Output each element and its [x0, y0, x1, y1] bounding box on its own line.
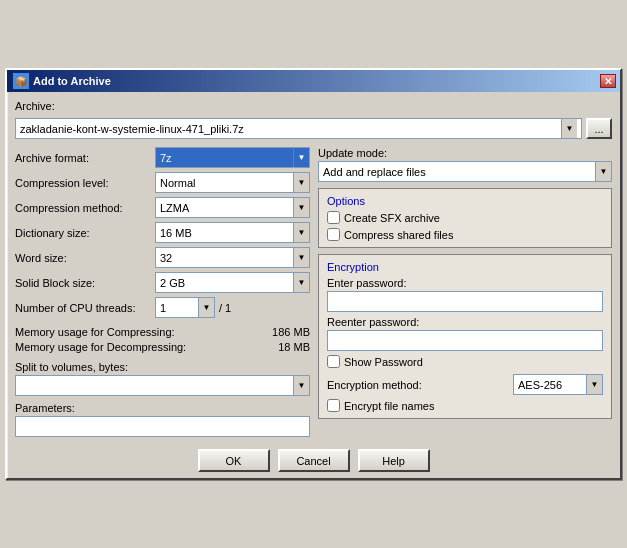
- right-column: Update mode: Add and replace files ▼ Opt…: [318, 147, 612, 437]
- compression-method-value: LZMA: [160, 202, 189, 214]
- solid-block-label: Solid Block size:: [15, 277, 155, 289]
- archive-dropdown-arrow[interactable]: ▼: [561, 119, 577, 138]
- encrypt-names-label: Encrypt file names: [344, 400, 434, 412]
- dialog-content: Archive: zakladanie-kont-w-systemie-linu…: [7, 92, 620, 478]
- compression-level-arrow[interactable]: ▼: [293, 173, 309, 192]
- cpu-threads-combo[interactable]: 1 ▼: [155, 297, 215, 318]
- update-mode-combo[interactable]: Add and replace files ▼: [318, 161, 612, 182]
- word-size-combo[interactable]: 32 ▼: [155, 247, 310, 268]
- enc-method-label: Encryption method:: [327, 379, 513, 391]
- create-sfx-label: Create SFX archive: [344, 212, 440, 224]
- archive-input-row: zakladanie-kont-w-systemie-linux-471_pli…: [15, 118, 612, 139]
- compress-shared-label: Compress shared files: [344, 229, 453, 241]
- solid-block-combo[interactable]: 2 GB ▼: [155, 272, 310, 293]
- cpu-threads-value: 1: [160, 302, 166, 314]
- reenter-password-input[interactable]: [327, 330, 603, 351]
- compress-shared-checkbox[interactable]: [327, 228, 340, 241]
- enc-method-value: AES-256: [518, 379, 562, 391]
- compression-method-row: Compression method: LZMA ▼: [15, 197, 310, 218]
- update-mode-arrow[interactable]: ▼: [595, 162, 611, 181]
- word-size-value: 32: [160, 252, 172, 264]
- dictionary-size-value: 16 MB: [160, 227, 192, 239]
- word-size-row: Word size: 32 ▼: [15, 247, 310, 268]
- encryption-title: Encryption: [327, 261, 603, 273]
- split-combo[interactable]: ▼: [15, 375, 310, 396]
- compression-level-label: Compression level:: [15, 177, 155, 189]
- memory-compress-label: Memory usage for Compressing:: [15, 326, 175, 338]
- format-row: Archive format: 7z ▼: [15, 147, 310, 168]
- left-column: Archive format: 7z ▼ Compression level: …: [15, 147, 310, 437]
- title-bar: 📦 Add to Archive ✕: [7, 70, 620, 92]
- params-section: Parameters:: [15, 402, 310, 437]
- archive-row: Archive:: [15, 100, 612, 112]
- encryption-section: Encryption Enter password: Reenter passw…: [318, 254, 612, 419]
- create-sfx-row: Create SFX archive: [327, 211, 603, 224]
- enc-method-row: Encryption method: AES-256 ▼: [327, 374, 603, 395]
- enc-method-combo[interactable]: AES-256 ▼: [513, 374, 603, 395]
- word-size-label: Word size:: [15, 252, 155, 264]
- memory-decompress-label: Memory usage for Decompressing:: [15, 341, 186, 353]
- format-value: 7z: [160, 152, 172, 164]
- ok-button[interactable]: OK: [198, 449, 270, 472]
- cpu-threads-row: Number of CPU threads: 1 ▼ / 1: [15, 297, 310, 318]
- update-mode-value: Add and replace files: [323, 166, 426, 178]
- update-mode-section: Update mode: Add and replace files ▼: [318, 147, 612, 182]
- browse-button[interactable]: ...: [586, 118, 612, 139]
- button-bar: OK Cancel Help: [15, 445, 612, 472]
- dictionary-size-row: Dictionary size: 16 MB ▼: [15, 222, 310, 243]
- format-label: Archive format:: [15, 152, 155, 164]
- options-title: Options: [327, 195, 603, 207]
- memory-compress-value: 186 MB: [272, 326, 310, 338]
- cpu-threads-arrow[interactable]: ▼: [198, 298, 214, 317]
- create-sfx-checkbox[interactable]: [327, 211, 340, 224]
- compression-level-value: Normal: [160, 177, 195, 189]
- solid-block-value: 2 GB: [160, 277, 185, 289]
- memory-compress-row: Memory usage for Compressing: 186 MB: [15, 326, 310, 338]
- add-to-archive-dialog: 📦 Add to Archive ✕ Archive: zakladanie-k…: [5, 68, 622, 480]
- show-password-row: Show Password: [327, 355, 603, 368]
- options-section: Options Create SFX archive Compress shar…: [318, 188, 612, 248]
- cpu-threads-label: Number of CPU threads:: [15, 302, 155, 314]
- compression-level-row: Compression level: Normal ▼: [15, 172, 310, 193]
- archive-label: Archive:: [15, 100, 55, 112]
- archive-value: zakladanie-kont-w-systemie-linux-471_pli…: [20, 123, 244, 135]
- split-arrow[interactable]: ▼: [293, 376, 309, 395]
- encrypt-names-row: Encrypt file names: [327, 399, 603, 412]
- memory-decompress-row: Memory usage for Decompressing: 18 MB: [15, 341, 310, 353]
- enc-method-arrow[interactable]: ▼: [586, 375, 602, 394]
- archive-combo[interactable]: zakladanie-kont-w-systemie-linux-471_pli…: [15, 118, 582, 139]
- help-button[interactable]: Help: [358, 449, 430, 472]
- window-title: Add to Archive: [33, 75, 111, 87]
- solid-block-row: Solid Block size: 2 GB ▼: [15, 272, 310, 293]
- compress-shared-row: Compress shared files: [327, 228, 603, 241]
- params-input[interactable]: [15, 416, 310, 437]
- compression-level-combo[interactable]: Normal ▼: [155, 172, 310, 193]
- memory-decompress-value: 18 MB: [278, 341, 310, 353]
- params-label: Parameters:: [15, 402, 310, 414]
- compression-method-combo[interactable]: LZMA ▼: [155, 197, 310, 218]
- dictionary-size-arrow[interactable]: ▼: [293, 223, 309, 242]
- split-section: Split to volumes, bytes: ▼: [15, 361, 310, 396]
- main-area: Archive format: 7z ▼ Compression level: …: [15, 147, 612, 437]
- format-arrow[interactable]: ▼: [293, 148, 309, 167]
- word-size-arrow[interactable]: ▼: [293, 248, 309, 267]
- update-mode-label: Update mode:: [318, 147, 612, 159]
- reenter-password-label: Reenter password:: [327, 316, 603, 328]
- encrypt-names-checkbox[interactable]: [327, 399, 340, 412]
- show-password-checkbox[interactable]: [327, 355, 340, 368]
- compression-method-label: Compression method:: [15, 202, 155, 214]
- solid-block-arrow[interactable]: ▼: [293, 273, 309, 292]
- cpu-threads-total: / 1: [219, 302, 231, 314]
- enter-password-label: Enter password:: [327, 277, 603, 289]
- close-button[interactable]: ✕: [600, 74, 616, 88]
- dictionary-size-label: Dictionary size:: [15, 227, 155, 239]
- compression-method-arrow[interactable]: ▼: [293, 198, 309, 217]
- split-label: Split to volumes, bytes:: [15, 361, 310, 373]
- show-password-label: Show Password: [344, 356, 423, 368]
- enter-password-input[interactable]: [327, 291, 603, 312]
- dictionary-size-combo[interactable]: 16 MB ▼: [155, 222, 310, 243]
- cancel-button[interactable]: Cancel: [278, 449, 350, 472]
- window-icon: 📦: [13, 73, 29, 89]
- format-combo[interactable]: 7z ▼: [155, 147, 310, 168]
